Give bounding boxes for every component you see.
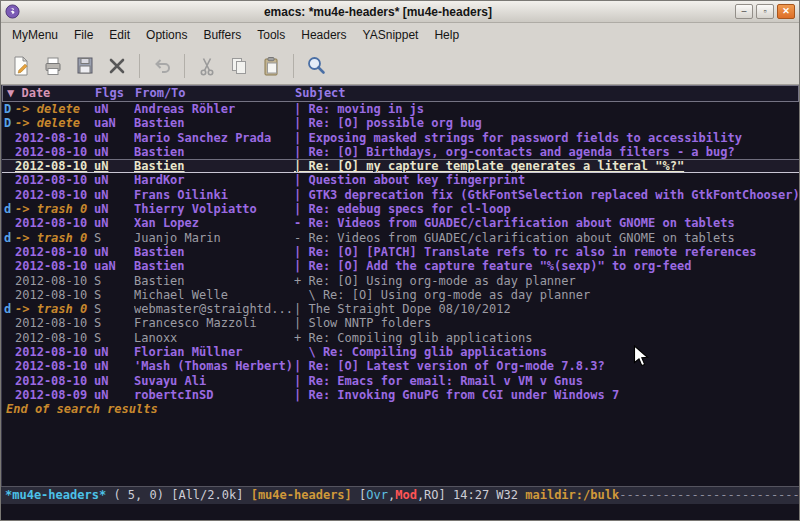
message-flags: uN (94, 245, 134, 259)
undo-button[interactable] (146, 51, 178, 81)
message-from: Florian Müllner (134, 345, 294, 359)
paste-button[interactable] (255, 51, 287, 81)
message-subject: | Re: [O] [PATCH] Translate refs to rc a… (294, 245, 799, 259)
toolbar-separator (139, 54, 140, 78)
message-row[interactable]: 2012-08-10uNBastien| Re: [O] [PATCH] Tra… (2, 245, 799, 259)
menu-item-edit[interactable]: Edit (101, 25, 138, 45)
message-mark (2, 188, 15, 202)
message-flags: S (94, 302, 134, 316)
column-header-subject[interactable]: Subject (295, 86, 798, 101)
message-subject: | Re: [O] Birthdays, org-contacts and ag… (294, 145, 799, 159)
close-button[interactable]: ✕ (777, 4, 795, 19)
save-button[interactable] (69, 51, 101, 81)
search-button[interactable] (300, 51, 332, 81)
message-row[interactable]: 2012-08-10uNBastien| Re: [O] Birthdays, … (2, 145, 799, 159)
message-row[interactable]: 2012-08-10uNBastien| Re: [O] my capture … (2, 159, 799, 173)
save-icon (74, 55, 96, 77)
menu-item-yasnippet[interactable]: YASnippet (355, 25, 427, 45)
message-row[interactable]: 2012-08-10uNFlorian Müllner \ Re: Compil… (2, 345, 799, 359)
message-from: Bastien (134, 145, 294, 159)
cut-icon (196, 55, 218, 77)
message-mark (2, 131, 15, 145)
menu-item-mymenu[interactable]: MyMenu (4, 25, 66, 45)
message-row[interactable]: 2012-08-10SLanoxx+ Re: Compiling glib ap… (2, 331, 799, 345)
message-date: 2012-08-10 (15, 288, 94, 302)
message-from: Xan Lopez (134, 216, 294, 230)
message-row[interactable]: 2012-08-10uNMario Sanchez Prada| Exposin… (2, 131, 799, 145)
message-flags: uN (94, 345, 134, 359)
message-from: Francesco Mazzoli (134, 316, 294, 330)
column-header-flags[interactable]: Flgs (95, 86, 135, 101)
message-row[interactable]: 2012-08-10SBastien+ Re: [O] Using org-mo… (2, 274, 799, 288)
column-header-date[interactable]: ▼ Date (3, 86, 95, 101)
message-from: Lanoxx (134, 331, 294, 345)
message-row[interactable]: d-> trash 0uNThierry Volpiatto| Re: edeb… (2, 202, 799, 216)
mode-line: *mu4e-headers* ( 5, 0) [All/2.0k] [mu4e-… (1, 486, 799, 504)
message-from: Mario Sanchez Prada (134, 131, 294, 145)
message-date: 2012-08-10 (15, 345, 94, 359)
message-row[interactable]: D-> deleteuaNBastien| Re: [O] possible o… (2, 116, 799, 130)
echo-area[interactable] (1, 504, 799, 520)
message-date: 2012-08-10 (15, 331, 94, 345)
modeline-segment: [ (352, 488, 366, 502)
message-row[interactable]: 2012-08-10SFrancesco Mazzoli| Slow NNTP … (2, 316, 799, 330)
toolbar-separator (184, 54, 185, 78)
message-date: 2012-08-10 (15, 274, 94, 288)
message-mark (2, 216, 15, 230)
message-row[interactable]: 2012-08-10uNHardKor| Question about key … (2, 173, 799, 187)
message-from: Bastien (134, 259, 294, 273)
message-row[interactable]: 2012-08-10uNXan Lopez- Re: Videos from G… (2, 216, 799, 230)
message-row[interactable]: 2012-08-10uNFrans Oilinki| GTK3 deprecat… (2, 188, 799, 202)
message-row[interactable]: 2012-08-10uaNBastien| Re: [O] Add the ca… (2, 259, 799, 273)
message-row[interactable]: D-> deleteuNAndreas Röhler| Re: moving i… (2, 102, 799, 116)
message-mark (2, 145, 15, 159)
print-icon (42, 55, 64, 77)
close-buffer-button[interactable] (101, 51, 133, 81)
menu-item-headers[interactable]: Headers (293, 25, 354, 45)
message-flags: uN (94, 102, 134, 116)
new-file-button[interactable] (5, 51, 37, 81)
modeline-segment: *mu4e-headers* (5, 488, 106, 502)
paste-icon (260, 55, 282, 77)
message-row[interactable]: 2012-08-09uNrobertcInSD| Re: Invoking Gn… (2, 388, 799, 402)
tool-bar (1, 47, 799, 85)
message-mark (2, 316, 15, 330)
message-row[interactable]: 2012-08-10uNSuvayu Ali| Re: Emacs for em… (2, 374, 799, 388)
menu-item-buffers[interactable]: Buffers (195, 25, 249, 45)
message-row[interactable]: d-> trash 0Swebmaster@straightd...| The … (2, 302, 799, 316)
copy-button[interactable] (223, 51, 255, 81)
message-row[interactable]: d-> trash 0SJuanjo Marin- Re: Videos fro… (2, 231, 799, 245)
message-date: 2012-08-10 (15, 131, 94, 145)
maximize-button[interactable]: ▫ (756, 4, 774, 19)
message-from: Thierry Volpiatto (134, 202, 294, 216)
message-flags: S (94, 231, 134, 245)
message-subject: + Re: [O] Using org-mode as day planner (294, 274, 799, 288)
message-row[interactable]: 2012-08-10SMichael Welle \ Re: [O] Using… (2, 288, 799, 302)
message-subject: | Exposing masked strings for password f… (294, 131, 799, 145)
column-header-from[interactable]: From/To (135, 86, 295, 101)
message-mark (2, 245, 15, 259)
message-subject: - Re: Videos from GUADEC/clarification a… (294, 216, 799, 230)
message-from: Bastien (134, 274, 294, 288)
menu-bar: MyMenuFileEditOptionsBuffersToolsHeaders… (1, 23, 799, 47)
message-subject: | Re: Invoking GnuPG from CGI under Wind… (294, 388, 799, 402)
menu-item-tools[interactable]: Tools (249, 25, 293, 45)
menu-item-help[interactable]: Help (426, 25, 467, 45)
copy-icon (228, 55, 250, 77)
minimize-button[interactable]: ‒ (735, 4, 753, 19)
cut-button[interactable] (191, 51, 223, 81)
header-line: ▼ Date Flgs From/To Subject (2, 85, 799, 102)
message-mark (2, 331, 15, 345)
message-mark (2, 173, 15, 187)
headers-buffer[interactable]: ▼ Date Flgs From/To Subject D-> deleteuN… (1, 85, 799, 486)
message-date: -> delete (15, 116, 94, 130)
message-subject: \ Re: [O] Using org-mode as day planner (294, 288, 799, 302)
message-subject: \ Re: Compiling glib applications (294, 345, 799, 359)
menu-item-options[interactable]: Options (138, 25, 195, 45)
modeline-segment: Mod (395, 488, 417, 502)
print-button[interactable] (37, 51, 69, 81)
message-from: Bastien (134, 116, 294, 130)
message-row[interactable]: 2012-08-10uN'Mash (Thomas Herbert)| Re: … (2, 359, 799, 373)
message-subject: | GTK3 deprecation fix (GtkFontSelection… (294, 188, 799, 202)
menu-item-file[interactable]: File (66, 25, 101, 45)
